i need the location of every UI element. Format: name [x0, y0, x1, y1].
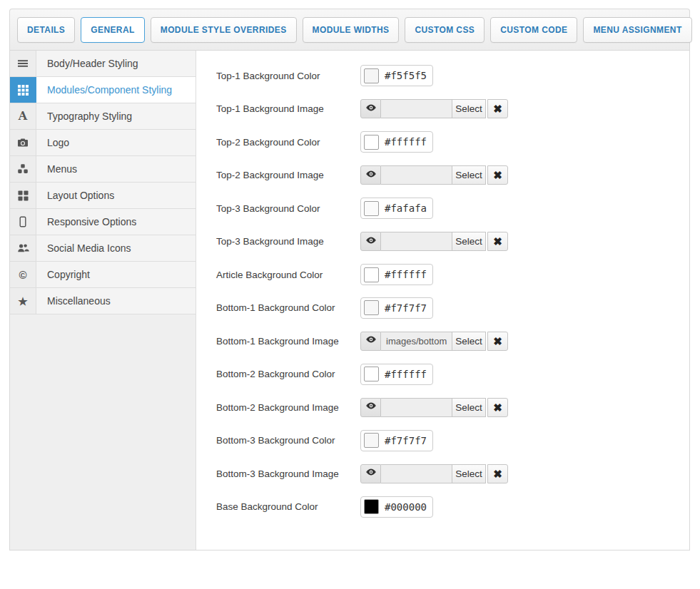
preview-button[interactable] [360, 464, 381, 483]
form-row-color: Article Background Color #ffffff [216, 264, 675, 285]
sidebar-item-label: Modules/Component Styling [36, 77, 196, 103]
select-image-button[interactable]: Select [452, 398, 486, 417]
form-row-color: Top-1 Background Color #f5f5f5 [216, 65, 675, 86]
copyright-icon: © [10, 262, 36, 287]
select-image-button[interactable]: Select [452, 99, 486, 118]
sidebar-item-responsive-options[interactable]: Responsive Options [10, 209, 196, 235]
eye-icon [365, 168, 377, 183]
cubes-icon [10, 156, 36, 182]
sidebar-item-social-media-icons[interactable]: Social Media Icons [10, 235, 196, 262]
clear-button[interactable]: ✖ [487, 332, 508, 351]
field-label: Top-2 Background Image [216, 170, 360, 180]
color-picker-field[interactable]: #000000 [360, 496, 433, 518]
media-field-group: Select ✖ [360, 464, 508, 483]
sidebar-item-label: Body/Header Styling [36, 51, 196, 76]
sidebar-item-copyright[interactable]: © Copyright [10, 262, 196, 288]
color-picker-field[interactable]: #f7f7f7 [360, 297, 433, 319]
sidebar-item-label: Menus [36, 156, 196, 182]
sidebar-item-label: Copyright [36, 262, 196, 287]
clear-x-icon: ✖ [493, 236, 502, 247]
tab-custom-css[interactable]: CUSTOM CSS [405, 17, 485, 43]
preview-button[interactable] [360, 398, 381, 417]
clear-button[interactable]: ✖ [487, 398, 508, 417]
eye-icon [365, 466, 377, 481]
field-label: Top-3 Background Color [216, 203, 360, 214]
tab-details[interactable]: DETAILS [17, 17, 75, 43]
sidebar-item-miscellaneous[interactable]: ★ Miscellaneous [10, 288, 196, 314]
color-swatch [364, 135, 379, 150]
tab-module-widths[interactable]: MODULE WIDTHS [303, 17, 400, 43]
select-image-button[interactable]: Select [452, 464, 486, 483]
field-label: Top-1 Background Color [216, 71, 360, 81]
select-image-button[interactable]: Select [452, 332, 486, 351]
field-label: Bottom-1 Background Color [216, 302, 360, 313]
select-image-button[interactable]: Select [452, 165, 486, 185]
color-swatch [364, 201, 379, 216]
media-path-input[interactable] [381, 232, 452, 251]
clear-button[interactable]: ✖ [487, 99, 508, 118]
preview-button[interactable] [360, 232, 381, 251]
clear-x-icon: ✖ [493, 468, 502, 479]
clear-button[interactable]: ✖ [487, 232, 508, 251]
field-label: Bottom-3 Background Color [216, 435, 360, 446]
media-field-group: Select ✖ [360, 398, 508, 417]
font-icon: A [10, 103, 36, 129]
form-row-media: Bottom-1 Background Image Select ✖ [216, 330, 675, 352]
form-row-color: Top-2 Background Color #ffffff [216, 131, 675, 153]
grid-icon [10, 77, 36, 103]
preview-button[interactable] [360, 165, 381, 185]
template-settings-panel: DETAILSGENERALMODULE STYLE OVERRIDESMODU… [9, 9, 690, 550]
tab-menu-assignment[interactable]: MENU ASSIGNMENT [583, 17, 691, 43]
color-hex-value: #ffffff [385, 269, 427, 280]
color-swatch [364, 433, 379, 448]
color-picker-field[interactable]: #f7f7f7 [360, 430, 433, 451]
color-picker-field[interactable]: #f5f5f5 [360, 65, 433, 86]
sidebar-item-logo[interactable]: Logo [10, 130, 196, 156]
media-path-input[interactable] [381, 165, 452, 185]
sidebar-item-menus[interactable]: Menus [10, 156, 196, 183]
media-path-input[interactable] [381, 332, 452, 351]
tab-module-style-overrides[interactable]: MODULE STYLE OVERRIDES [151, 17, 297, 43]
menu-icon [10, 51, 36, 76]
color-swatch [364, 499, 379, 514]
color-picker-field[interactable]: #fafafa [360, 198, 433, 219]
camera-icon [10, 130, 36, 155]
field-label: Top-3 Background Image [216, 236, 360, 247]
color-picker-field[interactable]: #ffffff [360, 364, 433, 385]
clear-button[interactable]: ✖ [487, 165, 508, 185]
sidebar-item-label: Typography Styling [36, 103, 196, 129]
eye-icon [365, 102, 377, 116]
sidebar-item-layout-options[interactable]: Layout Options [10, 183, 196, 209]
field-label: Bottom-1 Background Image [216, 336, 360, 347]
clear-x-icon: ✖ [493, 402, 502, 413]
media-path-input[interactable] [381, 99, 452, 118]
media-field-group: Select ✖ [360, 165, 508, 185]
eye-icon [365, 235, 377, 249]
color-hex-value: #fafafa [385, 203, 427, 214]
form-row-color: Bottom-2 Background Color #ffffff [216, 364, 675, 385]
media-path-input[interactable] [381, 464, 452, 483]
color-swatch [364, 367, 379, 381]
form-row-media: Top-3 Background Image Select ✖ [216, 231, 675, 252]
tab-custom-code[interactable]: CUSTOM CODE [490, 17, 577, 43]
sidebar-item-typography-styling[interactable]: A Typography Styling [10, 103, 196, 130]
preview-button[interactable] [360, 332, 381, 351]
tab-general[interactable]: GENERAL [81, 17, 144, 43]
color-picker-field[interactable]: #ffffff [360, 131, 433, 153]
preview-button[interactable] [360, 99, 381, 118]
field-label: Top-1 Background Image [216, 103, 360, 114]
form-row-color: Base Background Color #000000 [216, 496, 675, 518]
select-image-button[interactable]: Select [452, 232, 486, 251]
sidebar-item-label: Social Media Icons [36, 235, 196, 261]
mobile-icon [10, 209, 36, 235]
field-label: Bottom-2 Background Color [216, 369, 360, 379]
sidebar-item-modules-component-styling[interactable]: Modules/Component Styling [10, 77, 196, 103]
media-path-input[interactable] [381, 398, 452, 417]
sidebar-item-body-header-styling[interactable]: Body/Header Styling [10, 51, 196, 77]
clear-x-icon: ✖ [493, 170, 502, 180]
layout-icon [10, 183, 36, 208]
form-row-media: Top-1 Background Image Select ✖ [216, 98, 675, 120]
clear-button[interactable]: ✖ [487, 464, 508, 483]
color-picker-field[interactable]: #ffffff [360, 264, 433, 285]
clear-x-icon: ✖ [493, 103, 502, 114]
